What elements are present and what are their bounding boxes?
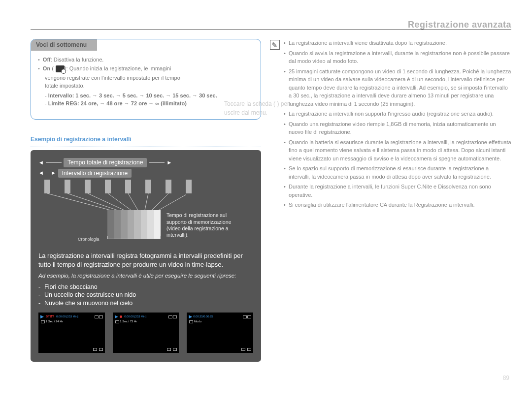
interval-icon: [115, 320, 119, 323]
svg-line-2: [88, 193, 124, 210]
submenu-on-text-3: totale impostato.: [45, 83, 85, 89]
page-number: 89: [503, 374, 509, 382]
svg-line-3: [108, 193, 131, 210]
frame-bar: [166, 180, 171, 193]
submenu-off-text: : Disattiva la funzione.: [51, 57, 104, 63]
storage-note: Tempo di registrazione sul supporto di m…: [166, 212, 250, 238]
submenu-on-text-1: : Quando inizia la registrazione, le imm…: [66, 65, 171, 71]
svg-line-0: [47, 193, 110, 210]
svg-line-5: [145, 193, 148, 210]
list-item: Nuvole che si muovono nel cielo: [38, 299, 253, 308]
play-icon: [115, 315, 118, 318]
bullet-icon: •: [38, 64, 40, 73]
frame-bar: [186, 180, 192, 193]
mode-icon: [247, 348, 251, 351]
notes-list: La registrazione a intervalli viene disa…: [284, 39, 511, 211]
card-icon: [95, 315, 99, 318]
play-icon: [189, 315, 192, 318]
list-item: La registrazione a intervalli non suppor…: [284, 110, 511, 118]
menu-icon: [167, 348, 171, 351]
list-item: Durante la registrazione a intervalli, l…: [284, 183, 511, 199]
arrow-right-icon: ►: [51, 169, 56, 177]
list-item: Fiori che sbocciano: [38, 283, 253, 291]
list-item: La registrazione a intervalli viene disa…: [284, 39, 511, 47]
list-item: Un uccello che costruisce un nido: [38, 291, 253, 299]
interval-icon: [41, 320, 45, 323]
card-icon: [168, 315, 172, 318]
submenu-off-bold: Off: [43, 57, 51, 63]
rec-dot-icon: [120, 315, 122, 318]
svg-line-7: [159, 193, 186, 210]
example-title: Esempio di registrazione a intervalli: [31, 135, 261, 144]
bullet-icon: •: [38, 56, 40, 64]
submenu-box: Voci di sottomenu • Off: Disattiva la fu…: [31, 39, 261, 120]
timeline-diagram: Tempo di registrazione sul supporto di m…: [38, 180, 253, 249]
example-list: Fiori che sbocciano Un uccello che costr…: [38, 283, 253, 308]
header-rule: [31, 30, 511, 30]
list-item: Quando una registrazione video riempie 1…: [284, 120, 511, 136]
frame-bar: [44, 180, 50, 193]
panel-italic: Ad esempio, la registrazione a intervall…: [38, 272, 253, 280]
preview-thumbnail-3: 0:00:25/0:00:25 Modo: [187, 313, 253, 353]
example-divider: [31, 147, 261, 147]
example-panel: ◄ Tempo totale di registrazione ► ◄ ► In…: [31, 150, 261, 362]
frame-bar: [65, 180, 70, 193]
svg-line-6: [152, 193, 168, 210]
preview-thumbnail-1: STBY 0:00:00 [253 Min] 1 Sec / 24 Hr: [38, 313, 105, 353]
mode-icon: [173, 348, 177, 351]
timeline-label-bottom: Cronologia: [78, 236, 100, 243]
mode-icon: [189, 320, 193, 323]
frame-bar: [105, 180, 111, 193]
arrow-left-icon: ◄: [38, 169, 44, 177]
list-item: Se lo spazio sul supporto di memorizzazi…: [284, 164, 511, 181]
frame-bar: [85, 180, 91, 193]
submenu-on-bold: On: [43, 65, 50, 71]
frame-bar: [125, 180, 131, 193]
menu-icon: [241, 348, 245, 351]
submenu-interval: Intervallo: 1 sec. → 3 sec. → 5 sec. → 1…: [48, 93, 217, 98]
submenu-header: Voci di sottomenu: [31, 39, 97, 51]
list-item: 25 immagini catturate compongono un vide…: [284, 67, 511, 108]
arrow-left-icon: ◄: [38, 159, 44, 166]
play-icon: [40, 315, 44, 318]
menu-icon: [93, 348, 97, 351]
list-item: Quando la batteria si esaurisce durante …: [284, 138, 511, 163]
compressed-video-block: [107, 210, 161, 239]
submenu-on-text-2: vengono registrate con l'intervallo impo…: [45, 75, 180, 81]
battery-icon: [99, 315, 103, 318]
battery-icon: [173, 315, 177, 318]
list-item: Si consiglia di utilizzare l'alimentator…: [284, 201, 511, 209]
card-icon: [243, 315, 247, 318]
battery-icon: [247, 315, 251, 318]
submenu-limit: Limite REG: 24 ore, → 48 ore → 72 ore → …: [48, 100, 187, 106]
frame-bar: [145, 180, 151, 193]
interval-rec-icon: [56, 65, 65, 72]
svg-line-1: [67, 193, 117, 210]
note-icon: [270, 40, 280, 50]
label-total-time: Tempo totale di registrazione: [64, 158, 147, 167]
panel-paragraph: La registrazione a intervalli registra f…: [38, 251, 253, 269]
label-interval: Intervallo di registrazione: [58, 169, 132, 178]
preview-thumbnail-2: 0:00:00 [253 Min] 1 Sec / 72 Hr: [113, 313, 179, 353]
arrow-right-icon: ►: [166, 159, 172, 166]
mode-icon: [99, 348, 103, 351]
list-item: Quando si avvia la registrazione a inter…: [284, 49, 511, 65]
svg-line-4: [128, 193, 138, 210]
